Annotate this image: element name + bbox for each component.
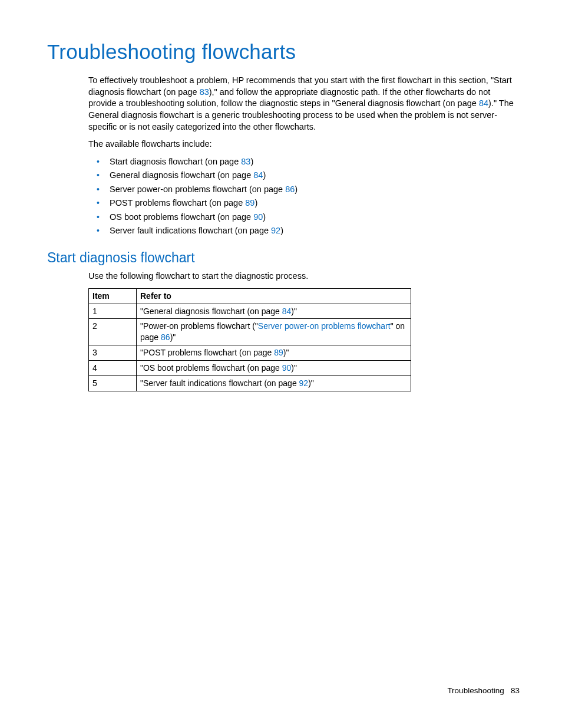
page-link[interactable]: 86 xyxy=(161,332,170,342)
cell-text: )" xyxy=(291,307,297,316)
list-item-text: ) xyxy=(295,185,297,194)
page-link[interactable]: 90 xyxy=(253,212,263,222)
cell-text: )" xyxy=(308,378,314,388)
table-cell-refer: "General diagnosis flowchart (on page 84… xyxy=(137,304,411,319)
section-heading: Start diagnosis flowchart xyxy=(47,249,520,267)
footer-section: Troubleshooting xyxy=(447,686,504,695)
reference-table: Item Refer to 1 "General diagnosis flowc… xyxy=(88,288,411,391)
list-item-text: ) xyxy=(250,157,253,166)
list-item-text: Server fault indications flowchart (on p… xyxy=(110,226,271,235)
list-item-text: Server power-on problems flowchart (on p… xyxy=(110,185,285,194)
available-flowcharts-label: The available flowcharts include: xyxy=(88,139,520,150)
list-item: General diagnosis flowchart (on page 84) xyxy=(88,170,520,182)
list-item-text: ) xyxy=(263,212,266,222)
table-cell-item: 4 xyxy=(89,361,137,376)
list-item-text: OS boot problems flowchart (on page xyxy=(110,212,253,222)
table-row: 3 "POST problems flowchart (on page 89)" xyxy=(89,345,411,361)
table-row: 2 "Power-on problems flowchart ("Server … xyxy=(89,319,411,345)
flowchart-list: Start diagnosis flowchart (on page 83) G… xyxy=(88,156,520,237)
section-intro: Use the following flowchart to start the… xyxy=(88,271,520,282)
cell-text: "General diagnosis flowchart (on page xyxy=(140,307,282,316)
list-item: Server power-on problems flowchart (on p… xyxy=(88,184,520,196)
cell-text: )" xyxy=(283,348,289,357)
page-link[interactable]: 92 xyxy=(271,226,280,235)
table-cell-item: 2 xyxy=(89,319,137,345)
cell-text: "Server fault indications flowchart (on … xyxy=(140,378,299,388)
footer-page-number: 83 xyxy=(511,686,520,695)
list-item: POST problems flowchart (on page 89) xyxy=(88,197,520,209)
cell-text: )" xyxy=(291,363,297,373)
page-link[interactable]: 83 xyxy=(200,87,209,97)
table-cell-item: 1 xyxy=(89,304,137,319)
page-link[interactable]: 83 xyxy=(241,157,250,166)
page-link[interactable]: 89 xyxy=(245,198,254,207)
cross-reference-link[interactable]: Server power-on problems flowchart xyxy=(258,321,391,331)
table-cell-refer: "POST problems flowchart (on page 89)" xyxy=(137,345,411,361)
table-header-item: Item xyxy=(89,288,137,304)
list-item-text: POST problems flowchart (on page xyxy=(110,198,245,207)
list-item-text: ) xyxy=(280,226,283,235)
table-cell-item: 3 xyxy=(89,345,137,361)
list-item-text: General diagnosis flowchart (on page xyxy=(110,170,253,180)
intro-paragraph: To effectively troubleshoot a problem, H… xyxy=(88,75,520,133)
page-link[interactable]: 90 xyxy=(282,363,292,373)
table-cell-item: 5 xyxy=(89,375,137,391)
cell-text: )" xyxy=(170,332,176,342)
list-item-text: ) xyxy=(263,170,266,180)
page-link[interactable]: 84 xyxy=(282,307,292,316)
page-link[interactable]: 84 xyxy=(253,170,263,180)
page-link[interactable]: 89 xyxy=(274,348,283,357)
list-item: OS boot problems flowchart (on page 90) xyxy=(88,212,520,223)
list-item: Start diagnosis flowchart (on page 83) xyxy=(88,156,520,168)
table-cell-refer: "OS boot problems flowchart (on page 90)… xyxy=(137,361,411,376)
cell-text: "OS boot problems flowchart (on page xyxy=(140,363,282,373)
page-link[interactable]: 84 xyxy=(479,98,488,108)
list-item-text: Start diagnosis flowchart (on page xyxy=(110,157,241,166)
list-item: Server fault indications flowchart (on p… xyxy=(88,225,520,237)
page-link[interactable]: 86 xyxy=(285,185,295,194)
table-row: 5 "Server fault indications flowchart (o… xyxy=(89,375,411,391)
table-row: 1 "General diagnosis flowchart (on page … xyxy=(89,304,411,319)
table-row: 4 "OS boot problems flowchart (on page 9… xyxy=(89,361,411,376)
table-header-refer: Refer to xyxy=(137,288,411,304)
page-title: Troubleshooting flowcharts xyxy=(47,38,520,65)
table-cell-refer: "Power-on problems flowchart ("Server po… xyxy=(137,319,411,345)
table-cell-refer: "Server fault indications flowchart (on … xyxy=(137,375,411,391)
cell-text: "Power-on problems flowchart (" xyxy=(140,321,258,331)
cell-text: "POST problems flowchart (on page xyxy=(140,348,274,357)
page-link[interactable]: 92 xyxy=(299,378,309,388)
list-item-text: ) xyxy=(254,198,257,207)
table-header-row: Item Refer to xyxy=(89,288,411,304)
page-footer: Troubleshooting 83 xyxy=(447,686,520,696)
